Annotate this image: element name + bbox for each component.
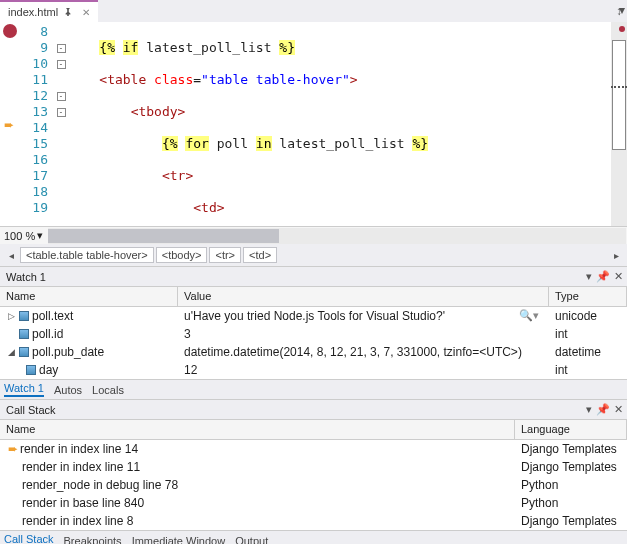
tab-watch1[interactable]: Watch 1	[4, 382, 44, 397]
editor-status-row: 100 %▾	[0, 226, 627, 244]
breadcrumb-item[interactable]: <tbody>	[156, 247, 208, 263]
zoom-dropdown[interactable]: 100 %▾	[0, 229, 47, 242]
split-toggle-icon[interactable]: ↕	[611, 4, 627, 18]
scrollbar-thumb[interactable]	[612, 40, 626, 150]
tab-immediate[interactable]: Immediate Window	[132, 535, 226, 545]
col-name[interactable]: Name	[0, 287, 178, 306]
tab-locals[interactable]: Locals	[92, 384, 124, 396]
pin-icon[interactable]: 📌	[596, 403, 610, 416]
pin-icon[interactable]: 📌	[596, 270, 610, 283]
tab-index-html[interactable]: index.html ✕	[0, 0, 98, 22]
horizontal-scrollbar[interactable]	[48, 228, 626, 244]
code-area[interactable]: {% if latest_poll_list %} <table class="…	[68, 22, 627, 226]
close-icon[interactable]: ✕	[614, 270, 623, 283]
close-icon[interactable]: ✕	[614, 403, 623, 416]
callstack-title-bar[interactable]: Call Stack ▾ 📌 ✕	[0, 400, 627, 420]
callstack-panel: Call Stack ▾ 📌 ✕ Name Language ➨render i…	[0, 399, 627, 544]
pin-icon[interactable]	[64, 6, 72, 18]
fold-icon[interactable]: -	[57, 92, 66, 101]
watch-row[interactable]: ◢poll.pub_date datetime.datetime(2014, 8…	[0, 343, 627, 361]
watch-row[interactable]: ▷poll.text u'Have you tried Node.js Tool…	[0, 307, 627, 325]
watch-rows: ▷poll.text u'Have you tried Node.js Tool…	[0, 307, 627, 379]
breadcrumb-item[interactable]: <table.table table-hover>	[20, 247, 154, 263]
scrollbar-thumb[interactable]	[48, 229, 279, 243]
tab-breakpoints[interactable]: Breakpoints	[64, 535, 122, 545]
col-value[interactable]: Value	[178, 287, 549, 306]
breakpoint-icon[interactable]	[3, 24, 17, 38]
close-icon[interactable]: ✕	[82, 7, 90, 18]
line-numbers: 8910 111213 141516 171819	[20, 22, 54, 226]
scrollbar-caret-marker	[611, 86, 627, 88]
document-tabs: index.html ✕ ▾	[0, 0, 627, 22]
callstack-header: Name Language	[0, 420, 627, 440]
callstack-row[interactable]: render in index line 8 Django Templates	[0, 512, 627, 530]
fold-icon[interactable]: -	[57, 60, 66, 69]
fold-gutter[interactable]: - - - -	[54, 22, 68, 226]
current-line-arrow-icon: ➨	[4, 118, 20, 132]
panel-title-text: Watch 1	[6, 271, 46, 283]
watch-title-bar[interactable]: Watch 1 ▾ 📌 ✕	[0, 267, 627, 287]
glyph-margin[interactable]: ➨	[0, 22, 20, 226]
callstack-row[interactable]: render in base line 840 Python	[0, 494, 627, 512]
breadcrumb-back[interactable]: ◂	[4, 250, 18, 261]
tab-autos[interactable]: Autos	[54, 384, 82, 396]
breadcrumb-forward[interactable]: ▸	[609, 250, 623, 261]
variable-icon	[19, 329, 29, 339]
expand-icon[interactable]: ▷	[6, 311, 16, 321]
watch-panel-tabs: Watch 1 Autos Locals	[0, 379, 627, 399]
breadcrumb: ◂ <table.table table-hover> <tbody> <tr>…	[0, 244, 627, 266]
variable-icon	[19, 347, 29, 357]
tab-callstack[interactable]: Call Stack	[4, 533, 54, 544]
code-editor[interactable]: ↕ ➨ 8910 111213 141516 171819 - - - - {%…	[0, 22, 627, 226]
current-frame-arrow-icon: ➨	[8, 442, 18, 456]
watch-header: Name Value Type	[0, 287, 627, 307]
visualizer-icon[interactable]: 🔍▾	[519, 309, 539, 323]
callstack-row[interactable]: render_node in debug line 78 Python	[0, 476, 627, 494]
window-menu-icon[interactable]: ▾	[586, 403, 592, 416]
breadcrumb-item[interactable]: <tr>	[209, 247, 241, 263]
variable-icon	[26, 365, 36, 375]
vertical-scrollbar[interactable]	[611, 22, 627, 226]
callstack-row[interactable]: render in index line 11 Django Templates	[0, 458, 627, 476]
col-language[interactable]: Language	[515, 420, 627, 439]
callstack-rows: ➨render in index line 14 Django Template…	[0, 440, 627, 530]
breadcrumb-item[interactable]: <td>	[243, 247, 277, 263]
watch-row[interactable]: poll.id 3 int	[0, 325, 627, 343]
window-menu-icon[interactable]: ▾	[586, 270, 592, 283]
callstack-panel-tabs: Call Stack Breakpoints Immediate Window …	[0, 530, 627, 544]
col-name[interactable]: Name	[0, 420, 515, 439]
chevron-down-icon: ▾	[37, 229, 43, 242]
scrollbar-breakpoint-marker	[619, 26, 625, 32]
panel-title-text: Call Stack	[6, 404, 56, 416]
fold-icon[interactable]: -	[57, 44, 66, 53]
col-type[interactable]: Type	[549, 287, 627, 306]
variable-icon	[19, 311, 29, 321]
watch-panel: Watch 1 ▾ 📌 ✕ Name Value Type ▷poll.text…	[0, 266, 627, 399]
tab-title: index.html	[8, 6, 58, 18]
expand-icon[interactable]: ◢	[6, 347, 16, 357]
tab-output[interactable]: Output	[235, 535, 268, 545]
fold-icon[interactable]: -	[57, 108, 66, 117]
callstack-row[interactable]: ➨render in index line 14 Django Template…	[0, 440, 627, 458]
watch-row[interactable]: day 12 int	[0, 361, 627, 379]
